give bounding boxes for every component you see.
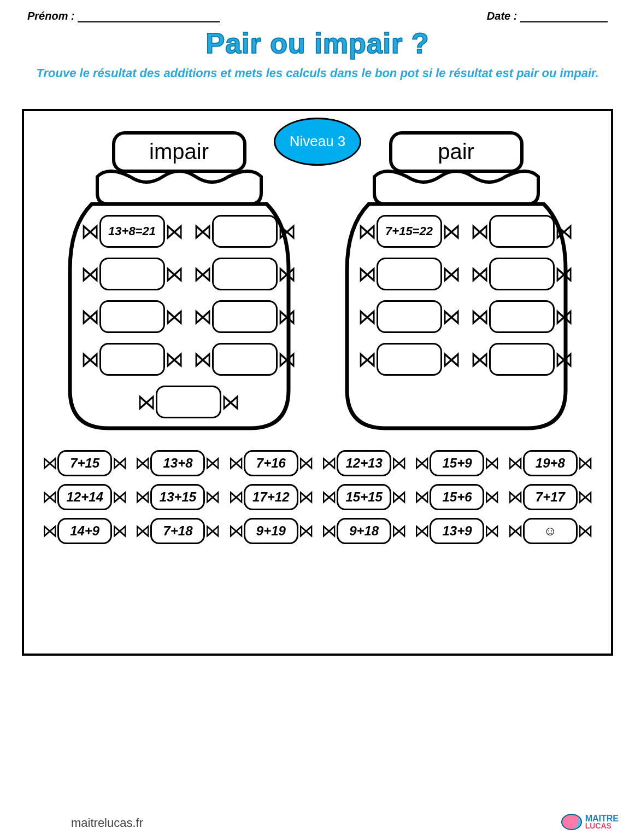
candy-item[interactable]: ⋈19+8⋈ [508,450,593,476]
candy-slot[interactable]: ⋈⋈ [81,300,184,333]
candy-slot[interactable]: ⋈⋈ [471,258,573,290]
date-field[interactable]: Date : [487,10,608,22]
worksheet-box: Niveau 3 impair ⋈13+8=21⋈ ⋈⋈ ⋈⋈ ⋈⋈ ⋈⋈ ⋈⋈… [22,109,613,656]
candy-slot[interactable]: ⋈⋈ [358,300,461,333]
jar-impair-label: impair [149,139,209,164]
candy-item[interactable]: ⋈7+16⋈ [228,450,314,476]
candy-item[interactable]: ⋈13+15⋈ [135,484,220,510]
candy-item[interactable]: ⋈15+15⋈ [321,484,407,510]
name-field[interactable]: Prénom : [27,10,220,22]
level-badge: Niveau 3 [274,118,361,166]
jar-pair-slots: ⋈7+15=22⋈ ⋈⋈ ⋈⋈ ⋈⋈ ⋈⋈ ⋈⋈ ⋈⋈ ⋈⋈ [358,215,555,376]
candy-item[interactable]: ⋈17+12⋈ [228,484,314,510]
candy-item[interactable]: ⋈12+13⋈ [321,450,407,476]
candy-slot[interactable]: ⋈⋈ [471,300,573,333]
candy-item[interactable]: ⋈15+9⋈ [414,450,499,476]
date-label: Date : [487,10,518,22]
candy-item[interactable]: ⋈14+9⋈ [42,518,127,544]
candy-item[interactable]: ⋈13+8⋈ [135,450,220,476]
jar-impair-slots: ⋈13+8=21⋈ ⋈⋈ ⋈⋈ ⋈⋈ ⋈⋈ ⋈⋈ ⋈⋈ ⋈⋈ ⋈⋈ [81,215,278,418]
candy-slot[interactable]: ⋈⋈ [81,258,184,290]
candy-slot[interactable]: ⋈⋈ [358,343,461,376]
brain-icon [561,814,582,830]
candy-pool: ⋈7+15⋈ ⋈13+8⋈ ⋈7+16⋈ ⋈12+13⋈ ⋈15+9⋈ ⋈19+… [40,450,595,544]
smile-icon: ☺ [523,518,578,544]
candy-item[interactable]: ⋈9+19⋈ [228,518,314,544]
candy-slot[interactable]: ⋈⋈ [471,215,573,248]
brand-logo: MAITRE LUCAS [561,814,619,830]
name-label: Prénom : [27,10,75,22]
candy-item[interactable]: ⋈7+18⋈ [135,518,220,544]
candy-slot[interactable]: ⋈7+15=22⋈ [358,215,461,248]
candy-item[interactable]: ⋈15+6⋈ [414,484,499,510]
header: Prénom : Date : [0,0,635,22]
candy-slot[interactable]: ⋈⋈ [193,343,296,376]
candy-item[interactable]: ⋈9+18⋈ [321,518,407,544]
candy-slot[interactable]: ⋈⋈ [193,300,296,333]
jar-pair: pair ⋈7+15=22⋈ ⋈⋈ ⋈⋈ ⋈⋈ ⋈⋈ ⋈⋈ ⋈⋈ ⋈⋈ [336,127,577,434]
candy-slot[interactable]: ⋈⋈ [471,343,573,376]
candy-slot[interactable]: ⋈⋈ [193,215,296,248]
candy-item[interactable]: ⋈7+17⋈ [508,484,593,510]
candy-item[interactable]: ⋈13+9⋈ [414,518,499,544]
page-subtitle: Trouve le résultat des additions et mets… [0,65,635,81]
page-title: Pair ou impair ? [0,27,635,60]
logo-line2: LUCAS [585,822,619,830]
footer-url: maitrelucas.fr [71,816,143,830]
candy-item[interactable]: ⋈12+14⋈ [42,484,127,510]
jar-pair-label: pair [438,139,474,164]
candy-slot[interactable]: ⋈⋈ [137,386,240,418]
candy-slot[interactable]: ⋈⋈ [193,258,296,290]
candy-item-smile[interactable]: ⋈☺⋈ [508,518,593,544]
jar-impair: impair ⋈13+8=21⋈ ⋈⋈ ⋈⋈ ⋈⋈ ⋈⋈ ⋈⋈ ⋈⋈ ⋈⋈ ⋈⋈ [59,127,299,434]
candy-slot[interactable]: ⋈13+8=21⋈ [81,215,184,248]
candy-item[interactable]: ⋈7+15⋈ [42,450,127,476]
candy-slot[interactable]: ⋈⋈ [358,258,461,290]
candy-slot[interactable]: ⋈⋈ [81,343,184,376]
